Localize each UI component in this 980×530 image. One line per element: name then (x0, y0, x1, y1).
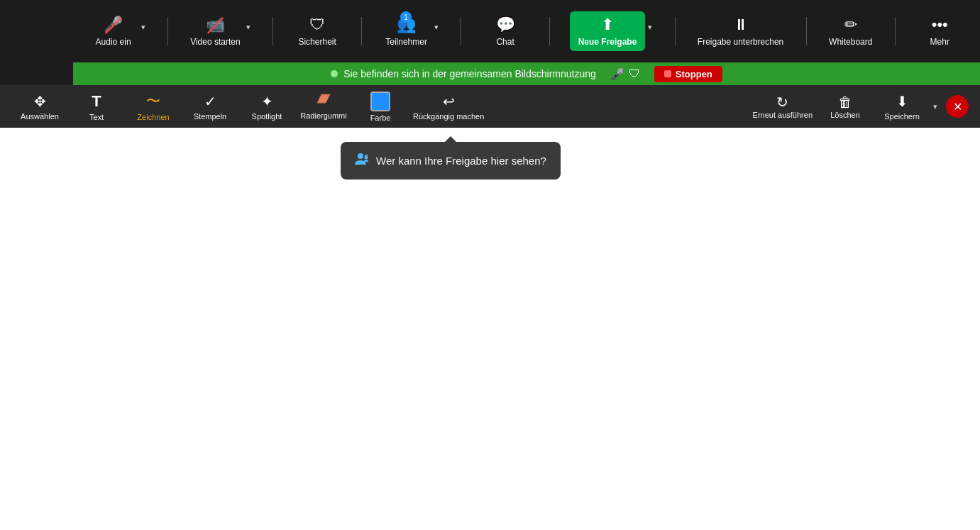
video-icon: 📹 (206, 16, 225, 34)
sep-1 (167, 17, 168, 45)
mehr-button[interactable]: ••• Mehr (915, 11, 964, 51)
sep-2 (272, 17, 273, 45)
video-label: Video starten (190, 37, 241, 47)
close-icon: ✕ (953, 100, 962, 114)
stempeln-button[interactable]: ✓ Stempeln (182, 89, 238, 125)
spotlight-label: Spotlight (252, 112, 282, 121)
sharing-status-icons: 🎤 🛡 (610, 67, 640, 81)
speichern-chevron[interactable]: ▾ (930, 102, 940, 111)
undo-icon: ↩ (443, 93, 455, 110)
loschen-button[interactable]: 🗑 Löschen (817, 90, 874, 123)
svg-point-1 (358, 153, 363, 159)
audio-label: Audio ein (96, 37, 131, 47)
radiergummi-label: Radiergummi (300, 111, 346, 120)
sharing-indicator-dot (331, 70, 338, 77)
close-annotation-button[interactable]: ✕ (946, 95, 969, 118)
security-button[interactable]: 🛡 Sicherheit (292, 11, 342, 51)
trash-icon: 🗑 (838, 94, 852, 111)
color-swatch[interactable] (370, 92, 390, 111)
redo-label: Erneut ausführen (753, 111, 813, 119)
spotlight-button[interactable]: ✦ Spotlight (238, 89, 295, 125)
chat-button[interactable]: 💬 Chat (480, 11, 530, 51)
speichern-group: ⬇ Speichern ▾ (874, 89, 940, 125)
auswahlen-button[interactable]: ✥ Auswählen (11, 89, 68, 125)
svg-marker-0 (317, 94, 330, 103)
camera-strike-icon: 📹 (206, 16, 225, 34)
audio-button[interactable]: 🎤 Audio ein (89, 11, 138, 51)
stamp-icon: ✓ (204, 93, 216, 110)
shield-status-icon: 🛡 (629, 67, 640, 80)
text-button[interactable]: T Text (68, 88, 125, 126)
annotation-toolbar: ✥ Auswählen T Text 〜 Zeichnen ✓ Stempeln… (0, 85, 980, 128)
chat-icon: 💬 (496, 16, 515, 34)
select-icon: ✥ (34, 93, 46, 110)
video-button[interactable]: 📹 Video starten (187, 11, 243, 51)
stop-icon (664, 70, 671, 77)
stop-label: Stoppen (676, 69, 712, 79)
text-label: Text (89, 113, 104, 121)
left-edge (0, 0, 73, 85)
undo-label: Rückgängig machen (413, 112, 484, 121)
sep-6 (675, 17, 676, 45)
zeichnen-label: Zeichnen (137, 113, 169, 121)
neue-freigabe-label: Neue Freigabe (578, 37, 637, 47)
neue-freigabe-group: ⬆ Neue Freigabe ▾ (570, 11, 656, 51)
redo-icon: ↻ (776, 94, 788, 111)
whiteboard-button[interactable]: ✏ Whiteboard (826, 11, 876, 51)
participants-chevron[interactable]: ▾ (431, 23, 441, 32)
draw-icon: 〜 (146, 92, 160, 111)
tooltip-text: Wer kann Ihre Freigabe hier sehen? (376, 155, 546, 167)
sharing-notification-bar: Sie befinden sich in der gemeinsamen Bil… (73, 62, 980, 85)
neue-freigabe-chevron[interactable]: ▾ (645, 23, 655, 32)
spotlight-icon: ✦ (261, 93, 273, 110)
pause-share-button[interactable]: ⏸ Freigabe unterbrechen (695, 11, 786, 51)
top-toolbar: 🎤 Audio ein ▾ 📹 Video starten ▾ 🛡 Sicher… (73, 0, 980, 62)
undo-button[interactable]: ↩ Rückgängig machen (409, 89, 488, 125)
video-chevron[interactable]: ▾ (243, 23, 253, 32)
sep-3 (361, 17, 362, 45)
share-up-icon: ⬆ (601, 16, 614, 34)
participants-icon: 👥 1 (397, 16, 416, 34)
whiteboard-icon: ✏ (844, 16, 857, 34)
speichern-button[interactable]: ⬇ Speichern (874, 89, 930, 125)
person-share-icon (355, 152, 369, 170)
whiteboard-label: Whiteboard (829, 37, 872, 47)
stempeln-label: Stempeln (194, 112, 226, 121)
sharing-text: Sie befinden sich in der gemeinsamen Bil… (343, 68, 596, 79)
mic-strike-icon: 🎤 (104, 16, 123, 34)
farbe-label: Farbe (370, 114, 391, 122)
farbe-button[interactable]: Farbe (352, 87, 409, 126)
canvas-area (0, 128, 980, 530)
participants-button[interactable]: 👥 1 Teilnehmer (382, 11, 431, 51)
neue-freigabe-button[interactable]: ⬆ Neue Freigabe (570, 11, 646, 51)
speichern-label: Speichern (884, 112, 920, 121)
eraser-icon (316, 93, 331, 109)
participants-button-group: 👥 1 Teilnehmer ▾ (382, 11, 441, 51)
video-button-group: 📹 Video starten ▾ (187, 11, 253, 51)
participants-label: Teilnehmer (385, 37, 427, 47)
chat-label: Chat (496, 37, 514, 47)
audio-chevron[interactable]: ▾ (138, 23, 148, 32)
sep-8 (895, 17, 896, 45)
audio-button-group: 🎤 Audio ein ▾ (89, 11, 148, 51)
sep-4 (461, 17, 461, 45)
loschen-label: Löschen (830, 111, 860, 119)
zeichnen-button[interactable]: 〜 Zeichnen (125, 87, 182, 126)
more-icon: ••• (932, 16, 948, 34)
radiergummi-button[interactable]: Radiergummi (295, 89, 352, 124)
text-icon: T (92, 92, 101, 111)
sharing-visibility-tooltip: Wer kann Ihre Freigabe hier sehen? (341, 142, 561, 180)
svg-point-2 (364, 155, 368, 160)
audio-icon: 🎤 (104, 16, 123, 34)
pause-icon: ⏸ (733, 16, 749, 34)
redo-button[interactable]: ↻ Erneut ausführen (749, 89, 817, 123)
pause-share-label: Freigabe unterbrechen (698, 37, 783, 47)
sharing-bar-content: Sie befinden sich in der gemeinsamen Bil… (331, 68, 596, 79)
stop-sharing-button[interactable]: Stoppen (654, 66, 722, 82)
security-icon: 🛡 (309, 16, 325, 34)
participant-count-badge: 1 (400, 11, 412, 23)
sep-7 (806, 17, 807, 45)
mehr-label: Mehr (930, 37, 949, 47)
sep-5 (549, 17, 550, 45)
security-label: Sicherheit (298, 37, 336, 47)
